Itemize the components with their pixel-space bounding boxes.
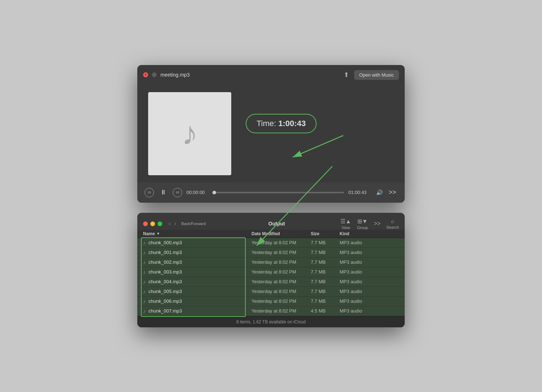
chevron-right-icon: >> (388, 189, 396, 196)
minimize-button-finder[interactable] (150, 221, 155, 226)
file-name-cell: ♪ chunk_005.mp3 (143, 289, 251, 294)
back-button[interactable]: ‹ (167, 220, 172, 228)
file-kind: MP3 audio (340, 298, 399, 304)
player-window: ✕ meeting.mp3 ⬆ Open with Music ♪ Time: … (137, 65, 405, 203)
time-display: Time: 1:00:43 (246, 114, 317, 133)
skip-forward-button[interactable] (173, 188, 182, 197)
file-name: chunk_007.mp3 (149, 308, 182, 314)
close-button[interactable]: ✕ (143, 72, 148, 77)
col-header-name[interactable]: Name ▼ (143, 231, 251, 236)
file-size: 7.7 MB (311, 259, 340, 265)
skip-back-button[interactable] (145, 188, 154, 197)
time-label: Time: (257, 119, 276, 128)
search-icon: ⌕ (391, 218, 395, 224)
open-with-music-button[interactable]: Open with Music (354, 70, 399, 80)
file-icon: ♪ (143, 298, 146, 304)
file-name: chunk_004.mp3 (149, 279, 182, 284)
pause-icon: ⏸ (160, 189, 167, 196)
file-kind: MP3 audio (340, 240, 399, 245)
view-toggle[interactable]: ☰▲ View (340, 218, 351, 230)
sort-arrow: ▼ (156, 232, 160, 236)
finder-toolbar-right: ☰▲ View ⊞▼ Group >> ⌕ Search (340, 218, 399, 230)
file-date: Yesterday at 8:02 PM (251, 308, 311, 314)
group-toggle[interactable]: ⊞▼ Group (357, 218, 368, 230)
file-date: Yesterday at 8:02 PM (251, 289, 311, 294)
col-header-size[interactable]: Size (311, 231, 340, 236)
file-date: Yesterday at 8:02 PM (251, 250, 311, 255)
table-row[interactable]: ♪ chunk_002.mp3 Yesterday at 8:02 PM 7.7… (137, 258, 405, 267)
status-bar: 8 items, 1.62 TB available on iCloud (137, 316, 405, 327)
file-name-cell: ♪ chunk_001.mp3 (143, 250, 251, 255)
table-row[interactable]: ♪ chunk_001.mp3 Yesterday at 8:02 PM 7.7… (137, 248, 405, 258)
table-row[interactable]: ♪ chunk_005.mp3 Yesterday at 8:02 PM 7.7… (137, 287, 405, 297)
col-header-kind[interactable]: Kind (340, 231, 399, 236)
file-size: 7.7 MB (311, 269, 340, 275)
file-name-cell: ♪ chunk_000.mp3 (143, 240, 251, 246)
file-list: ♪ chunk_000.mp3 Yesterday at 8:02 PM 7.7… (137, 238, 405, 316)
album-art: ♪ (148, 92, 231, 175)
file-size: 7.7 MB (311, 289, 340, 294)
progress-bar[interactable] (214, 192, 344, 193)
file-name-cell: ♪ chunk_004.mp3 (143, 279, 251, 285)
traffic-lights (143, 221, 162, 226)
file-size: 7.7 MB (311, 250, 340, 255)
table-row[interactable]: ♪ chunk_006.mp3 Yesterday at 8:02 PM 7.7… (137, 297, 405, 306)
file-name: chunk_001.mp3 (149, 250, 182, 255)
file-name-cell: ♪ chunk_006.mp3 (143, 298, 251, 304)
finder-title: Output (213, 221, 341, 227)
view-label: View (341, 225, 350, 230)
nav-arrows: ‹ › (167, 220, 178, 228)
finder-titlebar: ‹ › Back/Forward Output ☰▲ View ⊞▼ Group… (137, 213, 405, 230)
time-value: 1:00:43 (278, 119, 306, 128)
finder-window: ‹ › Back/Forward Output ☰▲ View ⊞▼ Group… (137, 213, 405, 327)
current-time: 00:00:00 (186, 190, 210, 195)
maximize-button-finder[interactable] (158, 221, 162, 226)
file-name: chunk_006.mp3 (149, 298, 182, 304)
file-name-cell: ♪ chunk_002.mp3 (143, 259, 251, 265)
search-button[interactable]: ⌕ Search (386, 218, 399, 229)
file-date: Yesterday at 8:02 PM (251, 240, 311, 245)
more-options-button[interactable]: >> (387, 188, 397, 198)
close-button-finder[interactable] (143, 221, 148, 226)
window-title: meeting.mp3 (160, 72, 190, 78)
player-titlebar: ✕ meeting.mp3 ⬆ Open with Music (137, 65, 405, 85)
file-kind: MP3 audio (340, 259, 399, 265)
progress-handle[interactable] (212, 191, 216, 194)
file-icon: ♪ (143, 250, 146, 255)
file-icon: ♪ (143, 289, 146, 294)
file-name: chunk_005.mp3 (149, 289, 182, 294)
share-button[interactable]: ⬆ (344, 72, 349, 78)
file-name-cell: ♪ chunk_003.mp3 (143, 269, 251, 275)
file-date: Yesterday at 8:02 PM (251, 259, 311, 265)
file-name: chunk_002.mp3 (149, 259, 182, 265)
file-size: 7.7 MB (311, 298, 340, 304)
table-row[interactable]: ♪ chunk_007.mp3 Yesterday at 8:02 PM 4.5… (137, 306, 405, 316)
file-list-wrapper: ♪ chunk_000.mp3 Yesterday at 8:02 PM 7.7… (137, 238, 405, 316)
file-name: chunk_000.mp3 (149, 240, 182, 245)
table-row[interactable]: ♪ chunk_000.mp3 Yesterday at 8:02 PM 7.7… (137, 238, 405, 248)
forward-button[interactable]: › (173, 220, 177, 228)
action-icon: >> (374, 220, 380, 227)
titlebar-left: ✕ meeting.mp3 (143, 72, 190, 78)
file-kind: MP3 audio (340, 279, 399, 284)
music-note-icon: ♪ (182, 115, 198, 152)
file-icon: ♪ (143, 269, 146, 275)
file-size: 4.5 MB (311, 308, 340, 314)
col-header-date[interactable]: Date Modified (251, 231, 311, 236)
table-row[interactable]: ♪ chunk_004.mp3 Yesterday at 8:02 PM 7.7… (137, 277, 405, 287)
volume-icon[interactable]: 🔊 (376, 189, 383, 196)
file-kind: MP3 audio (340, 250, 399, 255)
file-size: 7.7 MB (311, 279, 340, 284)
file-kind: MP3 audio (340, 289, 399, 294)
file-name: chunk_003.mp3 (149, 269, 182, 275)
pause-button[interactable]: ⏸ (158, 188, 168, 198)
file-icon: ♪ (143, 308, 146, 314)
file-date: Yesterday at 8:02 PM (251, 298, 311, 304)
player-controls: ⏸ 00:00:00 01:00:43 🔊 >> (137, 182, 405, 203)
table-row[interactable]: ♪ chunk_003.mp3 Yesterday at 8:02 PM 7.7… (137, 267, 405, 277)
file-size: 7.7 MB (311, 240, 340, 245)
minimize-button[interactable] (152, 72, 157, 77)
player-content: ♪ Time: 1:00:43 (137, 85, 405, 175)
action-button[interactable]: >> (374, 220, 380, 227)
file-kind: MP3 audio (340, 269, 399, 275)
